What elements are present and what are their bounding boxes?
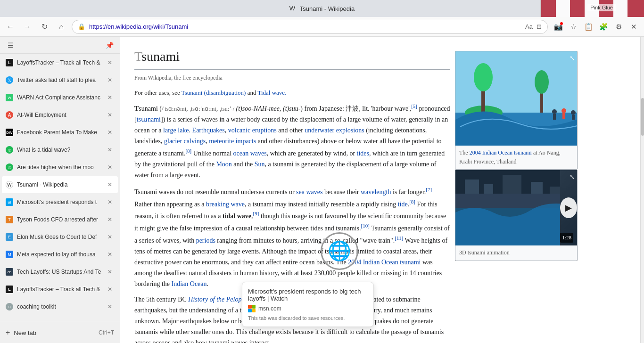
back-button[interactable]: ← <box>4 20 17 33</box>
tab-tidal[interactable]: ◎ What is a tidal wave? ✕ <box>2 141 118 158</box>
tab-close-layoffs-2[interactable]: ✕ <box>106 285 114 294</box>
tab-wikipedia[interactable]: W Tsunami - Wikipedia ✕ <box>2 176 118 193</box>
collections-icon[interactable]: 📋 <box>582 20 595 33</box>
wiki-sidebar: ⤡ The 2004 Indian Ocean tsunami at Ao Na… <box>450 46 582 343</box>
tab-meta-dw[interactable]: DW Facebook Parent Meta To Make ✕ <box>2 124 118 141</box>
tab-favicon-coaching: ○ <box>6 303 13 310</box>
wiki-video-caption: 3D tsunami animation <box>455 245 577 260</box>
tab-tech-layoffs[interactable]: cb Tech Layoffs: US Startups And Te ✕ <box>2 263 118 280</box>
home-button[interactable]: ⌂ <box>55 20 68 33</box>
2004-tsunami-link[interactable]: 2004 Indian Ocean tsunami <box>470 149 532 156</box>
extensions-icon[interactable]: 🧩 <box>597 20 610 33</box>
expand-video-icon[interactable]: ⤡ <box>570 172 575 182</box>
tab-title-layoffs-1: LayoffsTracker – Track all Tech & <box>17 59 102 66</box>
pin-sidebar-button[interactable]: 📌 <box>103 39 116 52</box>
tab-close-twitter[interactable]: ✕ <box>106 76 114 84</box>
title-bar-content: W Tsunami - Wikipedia <box>289 5 355 12</box>
new-tab-shortcut: Ctrl+T <box>99 329 114 336</box>
scrollbar[interactable] <box>640 37 644 343</box>
tab-coaching[interactable]: ○ coaching toolkit ✕ <box>2 298 118 315</box>
address-bar[interactable]: 🔒 https://en.wikipedia.org/wiki/Tsunami … <box>72 20 548 34</box>
tab-close-ms-president[interactable]: ✕ <box>106 198 114 206</box>
content-area: Microsoft's president responds to big te… <box>120 37 644 343</box>
tab-close-tides[interactable]: ✕ <box>106 163 114 172</box>
tab-title-tides: Are tides higher when the moo <box>17 164 102 171</box>
tab-layoffs-2[interactable]: L LayoffsTracker – Track all Tech & ✕ <box>2 281 118 298</box>
tab-close-elon[interactable]: ✕ <box>106 233 114 241</box>
wiki-video-box: ▶ 1:28 ⤡ 3D tsunami animation <box>455 170 578 261</box>
tab-favicon-meta-dw: DW <box>6 129 13 136</box>
svg-point-11 <box>571 110 576 115</box>
tab-favicon-title: W <box>289 5 297 12</box>
play-button[interactable]: ▶ <box>560 197 577 218</box>
tab-tyson[interactable]: T Tyson Foods CFO arrested after ✕ <box>2 211 118 228</box>
split-screen-icon: ⊡ <box>537 23 542 30</box>
tab-title-tyson: Tyson Foods CFO arrested after <box>17 216 102 223</box>
wiki-subtitle: From Wikipedia, the free encyclopedia <box>134 74 450 82</box>
tab-favicon-ms-president: ⊞ <box>6 198 13 206</box>
tab-favicon-layoffs-2: L <box>6 286 13 293</box>
tab-at-will[interactable]: A At-Will Employment ✕ <box>2 106 118 123</box>
refresh-button[interactable]: ↻ <box>38 20 51 33</box>
tab-elon[interactable]: E Elon Musk Goes to Court to Def ✕ <box>2 229 118 245</box>
tab-close-wikipedia[interactable]: ✕ <box>106 180 114 189</box>
svg-rect-12 <box>572 115 575 120</box>
new-tab-label: New tab <box>14 329 36 336</box>
lock-icon: 🔒 <box>78 23 85 30</box>
new-tab-button[interactable]: + New tab Ctrl+T <box>2 324 118 341</box>
tabs-list: L LayoffsTracker – Track all Tech & ✕ 𝕏 … <box>0 54 120 322</box>
tsunami-disambiguation-link[interactable]: Tsunami (disambiguation) <box>182 89 246 96</box>
reader-mode-icon: Aa <box>525 23 533 30</box>
tab-close-at-will[interactable]: ✕ <box>106 111 114 119</box>
tab-close-meta-dw[interactable]: ✕ <box>106 128 114 137</box>
wiki-image-1: ⤡ <box>455 51 577 146</box>
sidebar-toggle-button[interactable]: ☰ <box>4 39 17 52</box>
svg-rect-10 <box>562 113 565 119</box>
tooltip-card: Microsoft's president responds to big te… <box>242 282 374 327</box>
tab-ms-president[interactable]: ⊞ Microsoft's president responds t ✕ <box>2 194 118 211</box>
tooltip-source: msn.com <box>248 305 368 312</box>
tab-close-warn[interactable]: ✕ <box>106 93 114 102</box>
tab-close-coaching[interactable]: ✕ <box>106 302 114 311</box>
favorites-icon[interactable]: ☆ <box>567 20 580 33</box>
tab-twitter[interactable]: 𝕏 Twitter asks laid off staff to plea ✕ <box>2 72 118 89</box>
svg-point-4 <box>474 63 493 91</box>
sidebar-header: ☰ 📌 <box>0 37 120 54</box>
url-text: https://en.wikipedia.org/wiki/Tsunami <box>89 23 521 30</box>
tab-tides[interactable]: ◎ Are tides higher when the moo ✕ <box>2 159 118 176</box>
tab-favicon-layoffs-1: L <box>6 59 13 66</box>
scrollbar-thumb[interactable] <box>641 98 644 136</box>
svg-point-6 <box>535 70 549 94</box>
svg-rect-8 <box>553 114 556 120</box>
tab-title-at-will: At-Will Employment <box>17 112 102 118</box>
pink-glue-label: Pink Glue <box>587 4 616 11</box>
tab-title-meta-layoff: Meta expected to lay off thousa <box>17 251 102 258</box>
wiki-second-paragraph: Tsunami waves do not resemble normal und… <box>134 185 450 289</box>
tidal-wave-link[interactable]: Tidal wave. <box>257 89 286 96</box>
close-icon[interactable]: ✕ <box>627 20 640 33</box>
expand-image-1-icon[interactable]: ⤡ <box>570 53 575 64</box>
wiki-image-caption-1: The 2004 Indian Ocean tsunami at Ao Nang… <box>455 146 577 169</box>
camera-icon[interactable]: 📷 <box>552 20 565 33</box>
tab-title-twitter: Twitter asks laid off staff to plea <box>17 77 102 83</box>
tab-title-warn: WARN Act Compliance Assistanc <box>17 94 102 101</box>
tab-close-layoffs-1[interactable]: ✕ <box>106 58 114 67</box>
tab-close-meta-layoff[interactable]: ✕ <box>106 250 114 259</box>
tab-meta-layoff[interactable]: M Meta expected to lay off thousa ✕ <box>2 246 118 263</box>
globe-placeholder: 🌐 <box>304 216 375 286</box>
tab-favicon-wikipedia: W <box>6 181 13 188</box>
tab-title-meta-dw: Facebook Parent Meta To Make <box>17 129 102 136</box>
tab-warn[interactable]: W WARN Act Compliance Assistanc ✕ <box>2 89 118 106</box>
tab-close-tidal[interactable]: ✕ <box>106 146 114 154</box>
svg-rect-20 <box>550 187 560 194</box>
tab-close-tyson[interactable]: ✕ <box>106 215 114 224</box>
forward-button[interactable]: → <box>21 20 34 33</box>
settings-icon[interactable]: ⚙ <box>612 20 625 33</box>
tab-layoffs-1[interactable]: L LayoffsTracker – Track all Tech & ✕ <box>2 54 118 71</box>
tsunami-image-svg <box>455 51 577 146</box>
main-layout: ☰ 📌 L LayoffsTracker – Track all Tech & … <box>0 37 644 343</box>
svg-rect-18 <box>503 175 521 194</box>
tab-favicon-elon: E <box>6 233 13 241</box>
tab-close-tech-layoffs[interactable]: ✕ <box>106 268 114 276</box>
tab-favicon-meta-layoff: M <box>6 251 13 258</box>
